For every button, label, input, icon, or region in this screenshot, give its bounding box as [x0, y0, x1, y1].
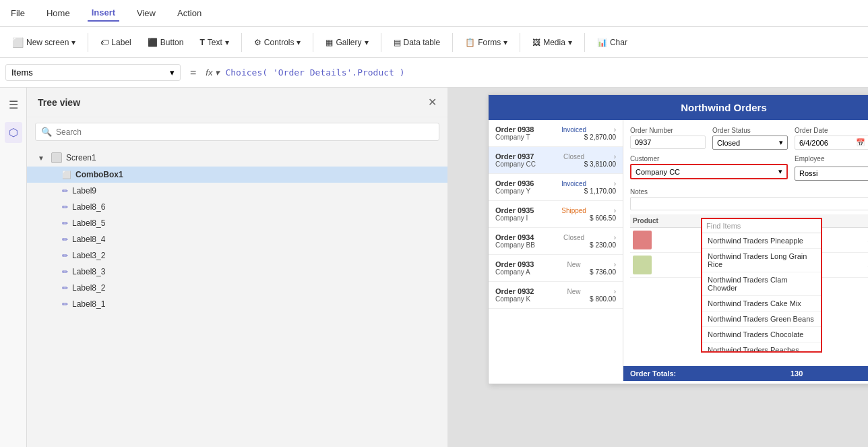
data-table-button[interactable]: ▤ Data table: [387, 35, 447, 50]
label8-3-label: Label8_3: [72, 267, 105, 276]
dropdown-item-2[interactable]: Northwind Traders Clam Chowder: [702, 272, 821, 296]
order-item-0936[interactable]: Order 0936 Invoiced › Company Y $ 1,170.…: [489, 174, 623, 201]
tree-item-label8-6[interactable]: ✏ Label8_6: [27, 199, 447, 215]
tree-item-label8-2[interactable]: ✏ Label8_2: [27, 280, 447, 296]
order-item-0933[interactable]: Order 0933 New › Company A $ 736.00: [489, 255, 623, 282]
employee-row: Rossi ▾: [795, 164, 868, 183]
chevron-right-icon-0936: ›: [614, 180, 616, 187]
chevron-right-icon-0932: ›: [614, 288, 616, 295]
forms-button[interactable]: 📋 Forms ▾: [458, 35, 514, 50]
tree-item-label8-3[interactable]: ✏ Label8_3: [27, 264, 447, 280]
text-button[interactable]: T Text ▾: [193, 35, 235, 50]
dropdown-item-6[interactable]: Northwind Traders Peaches: [702, 342, 821, 351]
order-item-0932[interactable]: Order 0932 New › Company K $ 800.00: [489, 282, 623, 309]
dropdown-items: Northwind Traders Pineapple Northwind Tr…: [702, 233, 821, 351]
app-preview: Northwind Orders 🗑 + ✕ ✓ Order 0938 Invo…: [488, 94, 868, 384]
notes-label: Notes: [630, 188, 868, 196]
new-screen-button[interactable]: ⬜ New screen ▾: [5, 34, 82, 51]
tree-title: Tree view: [38, 97, 80, 108]
label8-1-icon: ✏: [62, 300, 68, 309]
formula-input[interactable]: Choices( 'Order Details'.Product ): [225, 67, 863, 78]
extended-col-header: Extended: [865, 214, 868, 228]
extended-cell-0: $ 2,250.00: [865, 228, 868, 253]
controls-icon: ⚙: [254, 38, 261, 47]
screen-icon: [51, 152, 62, 163]
order-item-0937[interactable]: Order 0937 Closed › Company CC $ 3,810.0…: [489, 147, 623, 174]
fx-button[interactable]: fx ▾: [206, 67, 220, 78]
app-header: Northwind Orders 🗑 + ✕ ✓: [489, 95, 868, 120]
chevron-right-icon-0933: ›: [614, 261, 616, 268]
label8-6-label: Label8_6: [72, 202, 105, 212]
order-item-0935[interactable]: Order 0935 Shipped › Company I $ 606.50: [489, 201, 623, 228]
chevron-down-icon: ▾: [170, 67, 175, 78]
tree-item-screen1[interactable]: ▼ Screen1: [27, 149, 447, 167]
chart-button[interactable]: 📊 Char: [590, 35, 634, 50]
order-0933-id: Order 0933: [495, 260, 534, 268]
menu-view[interactable]: View: [133, 5, 160, 21]
search-box[interactable]: 🔍: [35, 123, 439, 141]
notes-row: Notes: [630, 188, 868, 210]
tree-item-label3-2[interactable]: ✏ Label3_2: [27, 247, 447, 264]
order-date-input[interactable]: 6/4/2006 📅: [795, 136, 868, 150]
employee-field: Employee Rossi ▾: [795, 155, 868, 183]
chevron-right-icon-0937: ›: [614, 153, 616, 160]
label8-4-label: Label8_4: [72, 235, 105, 244]
order-0933-status: New: [567, 261, 581, 268]
order-number-input[interactable]: 0937: [630, 136, 706, 149]
toolbar-divider-2: [241, 33, 242, 52]
extended-cell-1: $ 1,560.00: [865, 253, 868, 278]
toolbar-divider-4: [381, 33, 381, 52]
menu-action[interactable]: Action: [173, 5, 206, 21]
label-button[interactable]: 🏷 Label: [94, 35, 137, 50]
main-layout: ☰ ⬡ Tree view ✕ 🔍 ▼ Screen1 ⬜ ComboBox1: [0, 88, 868, 447]
employee-label: Employee: [795, 155, 868, 162]
product-thumbnail-1: [633, 256, 652, 274]
notes-input[interactable]: [630, 197, 868, 210]
tree-item-label8-1[interactable]: ✏ Label8_1: [27, 296, 447, 312]
layers-icon[interactable]: ⬡: [5, 122, 22, 143]
expand-icon: ▼: [38, 154, 47, 162]
customer-input[interactable]: Company CC ▾: [630, 164, 788, 179]
order-item-0934[interactable]: Order 0934 Closed › Company BB $ 230.00: [489, 228, 623, 255]
toolbar-divider-7: [584, 33, 585, 52]
menu-home[interactable]: Home: [42, 5, 74, 21]
dropdown-item-1[interactable]: Northwind Traders Long Grain Rice: [702, 249, 821, 272]
tree-item-combobox1[interactable]: ⬜ ComboBox1: [27, 167, 447, 183]
tree-item-label8-4[interactable]: ✏ Label8_4: [27, 231, 447, 247]
gallery-button[interactable]: ▦ Gallery ▾: [319, 35, 375, 50]
orders-list: Order 0938 Invoiced › Company T $ 2,870.…: [489, 120, 623, 381]
dropdown-item-0[interactable]: Northwind Traders Pineapple: [702, 233, 821, 249]
order-number-label: Order Number: [630, 127, 706, 134]
media-button[interactable]: 🖼 Media ▾: [526, 35, 579, 50]
employee-input[interactable]: Rossi ▾: [795, 167, 868, 181]
order-0932-id: Order 0932: [495, 287, 534, 295]
search-input[interactable]: [56, 127, 433, 137]
menu-file[interactable]: File: [7, 5, 29, 21]
order-item-0938[interactable]: Order 0938 Invoiced › Company T $ 2,870.…: [489, 120, 623, 147]
customer-field: Customer Company CC ▾: [630, 155, 788, 183]
toolbar-divider-5: [452, 33, 453, 52]
label8-1-label: Label8_1: [72, 299, 105, 309]
dropdown-item-3[interactable]: Northwind Traders Cake Mix: [702, 296, 821, 311]
media-icon: 🖼: [532, 38, 540, 47]
order-0938-status: Invoiced: [561, 126, 586, 133]
menu-insert[interactable]: Insert: [88, 5, 119, 22]
button-button[interactable]: ⬛ Button: [141, 35, 191, 50]
app-body: Order 0938 Invoiced › Company T $ 2,870.…: [489, 120, 868, 381]
tree-item-label8-5[interactable]: ✏ Label8_5: [27, 215, 447, 231]
calendar-icon[interactable]: 📅: [856, 138, 865, 147]
order-0937-amount: $ 3,810.00: [584, 160, 616, 168]
order-status-input[interactable]: Closed ▾: [712, 136, 788, 150]
order-0934-company: Company BB: [495, 241, 535, 249]
dropdown-item-4[interactable]: Northwind Traders Green Beans: [702, 311, 821, 327]
order-0937-id: Order 0937: [495, 152, 534, 160]
forms-icon: 📋: [465, 38, 475, 47]
dropdown-item-5[interactable]: Northwind Traders Chocolate: [702, 327, 821, 342]
controls-button[interactable]: ⚙ Controls ▾: [247, 35, 308, 50]
label8-6-icon: ✏: [62, 203, 68, 212]
close-icon[interactable]: ✕: [428, 96, 437, 109]
hamburger-icon[interactable]: ☰: [5, 94, 22, 115]
tree-item-label9[interactable]: ✏ Label9: [27, 183, 447, 199]
product-dropdown[interactable]: Find Items Northwind Traders Pineapple N…: [701, 218, 822, 353]
items-dropdown[interactable]: Items ▾: [5, 64, 181, 81]
